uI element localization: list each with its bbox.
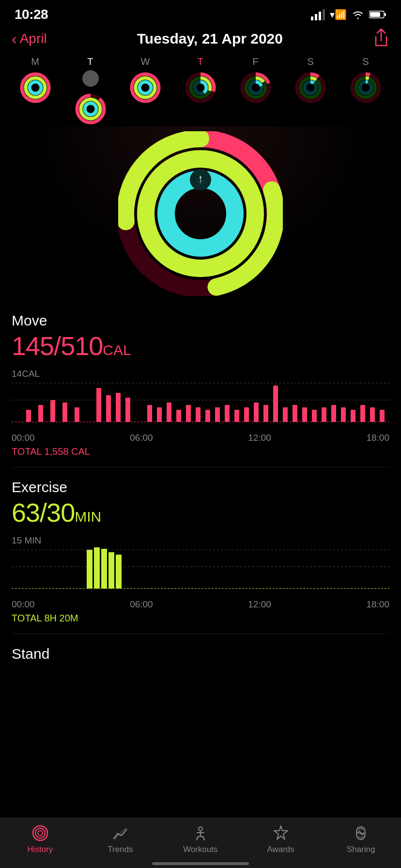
tab-sharing[interactable]: Sharing bbox=[332, 824, 390, 854]
mini-ring-saturday bbox=[293, 70, 328, 105]
svg-point-101 bbox=[38, 831, 43, 836]
tab-awards[interactable]: Awards bbox=[252, 824, 310, 854]
mini-ring-monday bbox=[18, 70, 53, 105]
tab-sharing-label: Sharing bbox=[347, 845, 375, 854]
stats-section: Move 145/510CAL 14CAL bbox=[0, 301, 401, 668]
svg-rect-75 bbox=[234, 410, 239, 422]
day-label: T bbox=[198, 56, 204, 67]
svg-rect-79 bbox=[273, 386, 278, 422]
awards-icon bbox=[272, 824, 290, 842]
tab-bar: History Trends Workouts Awards Sharing bbox=[0, 818, 401, 868]
exercise-unit: MIN bbox=[75, 509, 101, 525]
mini-ring-tuesday bbox=[73, 92, 108, 126]
day-saturday[interactable]: S bbox=[286, 56, 335, 105]
svg-rect-65 bbox=[125, 398, 130, 422]
svg-rect-78 bbox=[263, 405, 268, 422]
battery-icon bbox=[369, 10, 386, 19]
svg-rect-83 bbox=[312, 410, 317, 422]
tab-awards-label: Awards bbox=[267, 845, 294, 854]
svg-rect-86 bbox=[341, 407, 346, 422]
signal-bars-icon bbox=[311, 9, 325, 20]
mini-ring-wednesday bbox=[128, 70, 163, 105]
svg-rect-97 bbox=[108, 552, 114, 589]
back-chevron-icon: ‹ bbox=[12, 30, 17, 48]
exercise-value: 63/30MIN bbox=[12, 497, 389, 527]
svg-rect-94 bbox=[87, 550, 93, 589]
svg-rect-61 bbox=[75, 407, 79, 422]
share-button[interactable] bbox=[373, 28, 389, 49]
exercise-label: Exercise bbox=[12, 479, 389, 496]
day-label: F bbox=[252, 56, 259, 67]
move-block: Move 145/510CAL 14CAL bbox=[12, 301, 389, 467]
exercise-current: 63 bbox=[12, 498, 40, 527]
svg-point-8 bbox=[30, 82, 41, 93]
move-value: 145/510CAL bbox=[12, 331, 389, 361]
svg-rect-69 bbox=[176, 410, 181, 422]
sharing-icon bbox=[352, 824, 370, 842]
day-wednesday[interactable]: W bbox=[121, 56, 170, 105]
move-total: TOTAL 1,558 CAL bbox=[12, 446, 389, 457]
svg-text:↑: ↑ bbox=[198, 172, 203, 185]
svg-rect-71 bbox=[196, 407, 200, 422]
back-button[interactable]: ‹ April bbox=[12, 30, 47, 48]
svg-point-43 bbox=[360, 82, 371, 93]
back-label: April bbox=[20, 31, 47, 46]
svg-rect-88 bbox=[360, 405, 365, 422]
wifi-icon: ▾📶 bbox=[330, 9, 347, 20]
time-label-1800: 18:00 bbox=[366, 433, 389, 443]
time-label-0000: 00:00 bbox=[12, 433, 35, 443]
day-label: S bbox=[362, 56, 369, 67]
svg-rect-2 bbox=[370, 12, 380, 17]
status-time: 10:28 bbox=[15, 7, 48, 22]
svg-rect-66 bbox=[147, 405, 152, 422]
exercise-goal: 30 bbox=[46, 498, 75, 527]
wifi-icon bbox=[352, 10, 364, 19]
exercise-block: Exercise 63/30MIN 15 MIN 00:00 06:00 12:… bbox=[12, 467, 389, 634]
move-unit: CAL bbox=[103, 342, 131, 358]
active-day-indicator bbox=[82, 70, 99, 87]
day-tuesday[interactable]: T bbox=[66, 56, 115, 126]
svg-marker-103 bbox=[274, 826, 288, 839]
time-label-1800: 18:00 bbox=[366, 599, 389, 610]
day-sunday[interactable]: S bbox=[341, 56, 390, 105]
svg-rect-82 bbox=[302, 407, 307, 422]
svg-rect-63 bbox=[106, 395, 111, 422]
svg-rect-90 bbox=[380, 410, 385, 422]
tab-workouts-label: Workouts bbox=[183, 845, 218, 854]
day-monday[interactable]: M bbox=[11, 56, 60, 105]
time-label-1200: 12:00 bbox=[248, 599, 271, 610]
time-label-0600: 06:00 bbox=[130, 599, 153, 610]
move-chart-svg bbox=[12, 373, 389, 427]
svg-rect-68 bbox=[167, 403, 171, 422]
move-label: Move bbox=[12, 312, 389, 329]
svg-rect-95 bbox=[94, 547, 100, 589]
svg-rect-74 bbox=[225, 405, 230, 422]
day-thursday[interactable]: T bbox=[176, 56, 225, 105]
svg-rect-59 bbox=[50, 400, 55, 422]
move-goal: 510 bbox=[61, 331, 103, 360]
svg-point-14 bbox=[85, 103, 96, 115]
tab-history[interactable]: History bbox=[11, 824, 69, 854]
move-chart: 14CAL bbox=[12, 369, 389, 427]
day-label: M bbox=[31, 56, 39, 67]
svg-rect-58 bbox=[38, 405, 43, 422]
header-nav: ‹ April Tuesday, 21 Apr 2020 bbox=[0, 26, 401, 54]
svg-rect-84 bbox=[322, 407, 326, 422]
tab-trends[interactable]: Trends bbox=[91, 824, 149, 854]
svg-point-102 bbox=[199, 827, 202, 831]
svg-rect-73 bbox=[215, 407, 220, 422]
header-title: Tuesday, 21 Apr 2020 bbox=[137, 31, 283, 47]
exercise-separator: / bbox=[40, 498, 46, 527]
time-label-0600: 06:00 bbox=[130, 433, 153, 443]
tab-workouts[interactable]: Workouts bbox=[171, 824, 230, 854]
svg-rect-70 bbox=[186, 405, 191, 422]
svg-rect-96 bbox=[101, 549, 107, 589]
mini-ring-sunday bbox=[348, 70, 383, 105]
exercise-chart: 15 MIN bbox=[12, 535, 389, 593]
exercise-total: TOTAL 8H 20M bbox=[12, 613, 389, 624]
status-bar: 10:28 ▾📶 bbox=[0, 0, 401, 26]
day-friday[interactable]: F bbox=[231, 56, 280, 105]
trends-icon bbox=[111, 824, 129, 842]
svg-rect-77 bbox=[254, 403, 259, 422]
workouts-icon bbox=[191, 824, 210, 842]
